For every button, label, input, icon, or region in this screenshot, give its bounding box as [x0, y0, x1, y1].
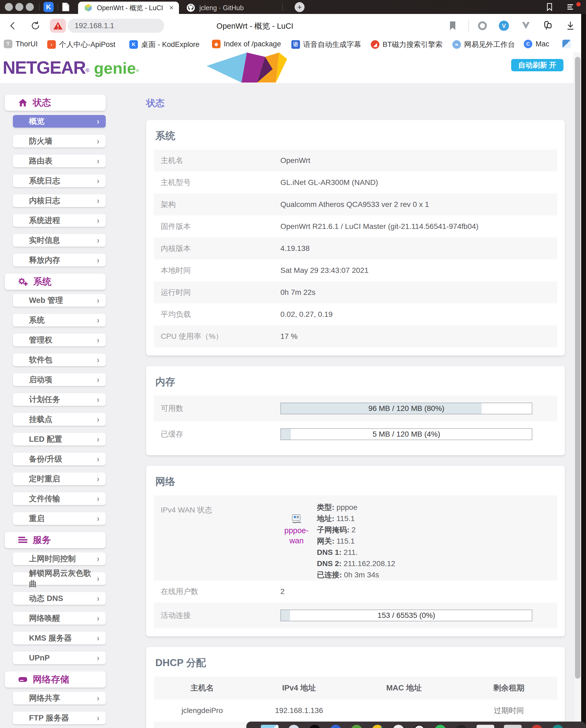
sidebar-item-backup[interactable]: 备份/升级› — [13, 453, 106, 465]
interface-name[interactable]: pppoe- wan — [280, 525, 313, 546]
bookmark-subtitles[interactable]: 语 语音自动生成字幕 — [291, 40, 361, 49]
chevron-right-icon: › — [97, 136, 99, 146]
vue-gray-icon[interactable] — [520, 20, 531, 31]
window-close-button[interactable] — [5, 3, 13, 11]
sidebar-item-wol[interactable]: 网络唤醒› — [13, 612, 106, 625]
dock-app-icon[interactable] — [435, 725, 446, 728]
sidebar-item-filetransfer[interactable]: 文件传输› — [13, 492, 106, 505]
chevron-right-icon: › — [97, 394, 99, 405]
window-zoom-button[interactable] — [26, 3, 34, 11]
address-bar[interactable]: 192.168.1.1 — [68, 19, 164, 33]
sidebar-item-freemem[interactable]: 释放内存› — [13, 254, 106, 266]
sidebar-item-kernellog[interactable]: 内核日志› — [13, 194, 106, 207]
sidebar-item-firewall[interactable]: 防火墙› — [13, 135, 106, 148]
dock-app-icon[interactable] — [393, 725, 404, 728]
tab-title: jcleng · GitHub — [199, 4, 244, 12]
sidebar-item-processes[interactable]: 系统进程› — [13, 214, 106, 227]
back-icon[interactable] — [7, 20, 18, 31]
page-title: 状态 — [146, 97, 565, 109]
dock-app-icon[interactable] — [552, 725, 563, 728]
bookmark-thorui[interactable]: T ThorUI — [4, 40, 38, 48]
sidebar-item-samba[interactable]: 网络共享› — [13, 692, 106, 704]
dock-app-icon[interactable] — [309, 725, 320, 728]
sidebar-item-routes[interactable]: 路由表› — [13, 155, 106, 167]
dock-app-icon[interactable] — [477, 725, 494, 728]
workarea: 状态 概览› 防火墙› 路由表› 系统日志› 内核日志› 系统进程› 实时信息› — [0, 83, 581, 728]
kodexplorer-favicon: K — [129, 40, 138, 49]
sidebar-section-services[interactable]: 服务 — [5, 532, 106, 548]
sidebar-item-admin[interactable]: 管理权› — [13, 334, 106, 346]
bookmark-netease-sight[interactable]: ❧ 网易见外工作台 — [453, 40, 515, 49]
bookmark-label: 桌面 - KodExplore — [141, 40, 200, 49]
tab-search-bookmark-icon[interactable] — [545, 3, 554, 11]
dock-app-icon[interactable] — [504, 725, 521, 728]
dock-app-icon[interactable] — [456, 725, 467, 728]
sidebar-item-overview[interactable]: 概览› — [13, 115, 106, 128]
dock-app-icon[interactable] — [372, 725, 383, 728]
table-row: 活动连接 153 / 65535 (0%) — [154, 602, 557, 628]
sidebar-item-packages[interactable]: 软件包› — [13, 354, 106, 366]
table-row: 内核版本4.19.138 — [154, 237, 557, 259]
pinned-tab-document-icon[interactable] — [60, 2, 71, 12]
new-tab-button[interactable]: + — [295, 2, 304, 12]
c-favicon: C — [524, 40, 532, 48]
vue-devtools-icon[interactable]: V — [498, 20, 509, 31]
chevron-right-icon: › — [97, 594, 99, 603]
bookmark-mac[interactable]: C Mac — [524, 40, 549, 48]
auto-refresh-toggle[interactable]: 自动刷新 开 — [511, 59, 563, 71]
table-row: 固件版本OpenWrt R21.6.1 / LuCI Master (git-2… — [154, 215, 557, 237]
memory-free-bar: 96 MB / 120 MB (80%) — [280, 402, 532, 414]
sidebar-item-syslog[interactable]: 系统日志› — [13, 175, 106, 187]
sidebar-item-scheduled-reboot[interactable]: 定时重启› — [13, 472, 106, 485]
ethernet-interface-icon — [291, 514, 302, 524]
dock-app-icon[interactable] — [288, 725, 299, 728]
sidebar-item-parental[interactable]: 上网时间控制› — [13, 552, 106, 565]
reload-icon[interactable] — [30, 20, 41, 31]
network-card: 网络 IPv4 WAN 状态 — [146, 466, 565, 636]
pinned-tab-kodexplorer-icon[interactable]: K — [44, 2, 54, 12]
sidebar-section-system[interactable]: 系统 — [5, 274, 106, 290]
sidebar-item-reboot[interactable]: 重启› — [13, 512, 106, 525]
tab-github[interactable]: jcleng · GitHub — [180, 2, 279, 14]
svg-text:V: V — [502, 23, 506, 29]
dock-app-icon[interactable] — [351, 725, 362, 728]
sidebar-item-web-admin[interactable]: Web 管理› — [13, 294, 106, 307]
dock-app-icon[interactable] — [330, 725, 341, 728]
sidebar-item-startup[interactable]: 启动项› — [13, 373, 106, 386]
package-favicon: ◆ — [212, 40, 221, 48]
browser-menu-icon[interactable] — [567, 3, 575, 11]
bookmark-kodexplorer[interactable]: K 桌面 - KodExplore — [129, 40, 200, 49]
chevron-right-icon: › — [97, 434, 99, 444]
key-extension-icon[interactable] — [542, 20, 553, 31]
sidebar-item-cron[interactable]: 计划任务› — [13, 393, 106, 406]
sidebar-section-status[interactable]: 状态 — [5, 95, 106, 111]
download-icon[interactable] — [565, 20, 576, 31]
dock-app-icon[interactable] — [531, 725, 542, 728]
bookmark-index-packages[interactable]: ◆ Index of /package — [212, 40, 281, 48]
bookmark-filled-icon[interactable] — [448, 21, 459, 32]
sidebar-item-unblock-netease[interactable]: 解锁网易云灰色歌曲› — [13, 572, 106, 585]
chevron-right-icon: › — [97, 554, 99, 564]
table-row: 可用数 96 MB / 120 MB (80%) — [154, 396, 557, 421]
sidebar-item-ftp[interactable]: FTP 服务器› — [13, 712, 106, 724]
sidebar-item-ddns[interactable]: 动态 DNS› — [13, 592, 106, 605]
tab-close-icon[interactable]: × — [169, 3, 174, 12]
sidebar-item-upnp[interactable]: UPnP› — [13, 652, 106, 664]
sidebar-item-system[interactable]: 系统› — [13, 314, 106, 327]
sidebar-section-nas[interactable]: 网络存储 — [5, 672, 106, 687]
security-warning-icon[interactable] — [50, 19, 66, 33]
window-minimize-button[interactable] — [15, 3, 23, 11]
sidebar-item-kms[interactable]: KMS 服务器› — [13, 632, 106, 644]
bookmark-bt-search[interactable]: ◢ BT磁力搜索引擎索 — [371, 40, 443, 49]
sidebar-item-mounts[interactable]: 挂载点› — [13, 413, 106, 426]
extension-o-icon[interactable] — [477, 20, 488, 31]
scrollbar-thumb[interactable] — [575, 57, 580, 679]
feather-favicon: ❧ — [453, 40, 461, 49]
dock-app-icon[interactable] — [414, 725, 425, 728]
sidebar-item-realtime[interactable]: 实时信息› — [13, 234, 106, 246]
bookmark-tile[interactable] — [562, 40, 571, 48]
tab-openwrt[interactable]: OpenWrt - 概览 - LuCI × — [78, 2, 179, 14]
sidebar-item-led[interactable]: LED 配置› — [13, 433, 106, 445]
dock-app-icon[interactable] — [261, 725, 278, 728]
bookmark-apipost[interactable]: › 个人中心-ApiPost — [47, 40, 115, 49]
